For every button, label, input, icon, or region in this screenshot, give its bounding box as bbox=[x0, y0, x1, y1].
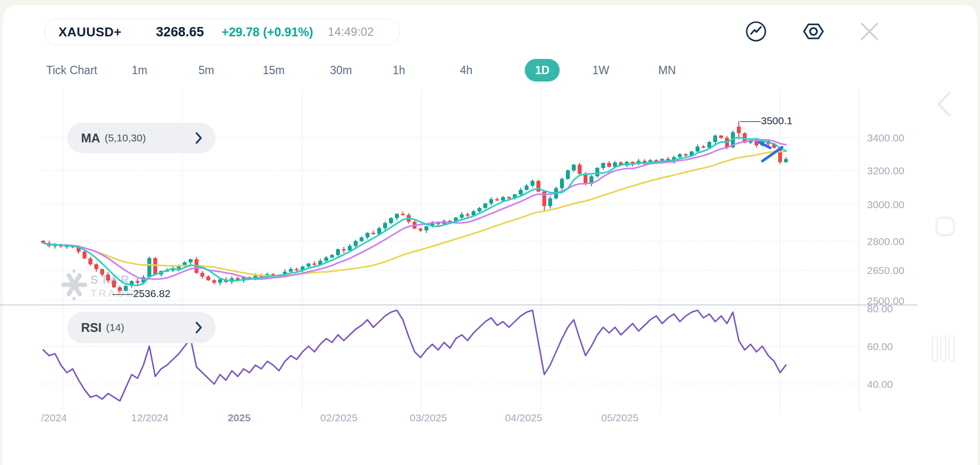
timeframe-tab-1h[interactable]: 1h bbox=[392, 59, 405, 82]
snapshot-icon[interactable] bbox=[934, 216, 956, 239]
rsi-params: (14) bbox=[106, 322, 124, 333]
last-price: 3268.65 bbox=[156, 25, 204, 40]
svg-text:/2024: /2024 bbox=[41, 412, 67, 423]
svg-text:12/2024: 12/2024 bbox=[131, 412, 168, 423]
svg-text:2650.00: 2650.00 bbox=[867, 265, 904, 276]
svg-text:80.00: 80.00 bbox=[867, 303, 893, 314]
timeframe-tab-5m[interactable]: 5m bbox=[198, 59, 214, 82]
y-axis-labels: 3400.003200.003000.002800.002650.002500.… bbox=[867, 132, 904, 390]
timeframe-tab-1w[interactable]: 1W bbox=[592, 59, 610, 82]
svg-text:02/2025: 02/2025 bbox=[320, 412, 358, 423]
timeframe-tab-1m[interactable]: 1m bbox=[132, 59, 147, 82]
chevron-right-icon bbox=[195, 321, 203, 334]
svg-text:03/2025: 03/2025 bbox=[410, 412, 447, 423]
svg-text:2800.00: 2800.00 bbox=[867, 236, 904, 247]
svg-text:3200.00: 3200.00 bbox=[867, 165, 904, 176]
symbol-quote-pill[interactable]: XAUUSD+ 3268.65 +29.78 (+0.91%) 14:49:02 bbox=[44, 19, 400, 45]
svg-text:05/2025: 05/2025 bbox=[601, 412, 639, 423]
svg-text:40.00: 40.00 bbox=[867, 379, 893, 390]
svg-text:2025: 2025 bbox=[228, 412, 251, 423]
svg-text:3400.00: 3400.00 bbox=[867, 132, 904, 143]
ma-indicator-badge[interactable]: MA (5,10,30) bbox=[67, 123, 216, 153]
ma-label: MA bbox=[81, 131, 100, 145]
quote-time: 14:49:02 bbox=[328, 25, 373, 39]
collapse-panel-icon[interactable] bbox=[932, 89, 958, 121]
settings-icon[interactable] bbox=[802, 20, 825, 43]
timeframe-tab-15m[interactable]: 15m bbox=[263, 59, 285, 82]
drag-bars-icon[interactable] bbox=[930, 334, 958, 365]
timeframe-tab-4h[interactable]: 4h bbox=[460, 59, 473, 82]
rsi-label: RSI bbox=[81, 321, 102, 335]
svg-text:3000.00: 3000.00 bbox=[867, 199, 904, 210]
svg-text:——3500.1: ——3500.1 bbox=[740, 115, 792, 126]
chevron-right-icon bbox=[195, 132, 203, 144]
price-change: +29.78 (+0.91%) bbox=[222, 25, 313, 39]
timeframe-tab-mn[interactable]: MN bbox=[658, 59, 676, 82]
trendline-icon[interactable] bbox=[744, 20, 768, 43]
x-axis-labels: /202412/2024202502/202503/202504/202505/… bbox=[41, 412, 639, 423]
app-screen: 3400.003200.003000.002800.002650.002500.… bbox=[0, 0, 980, 465]
symbol-name: XAUUSD+ bbox=[58, 25, 121, 40]
timeframe-tab-1d[interactable]: 1D bbox=[525, 59, 560, 82]
svg-text:04/2025: 04/2025 bbox=[505, 412, 542, 423]
close-icon[interactable] bbox=[858, 20, 881, 43]
ma-params: (5,10,30) bbox=[105, 132, 146, 144]
timeframe-tab-30m[interactable]: 30m bbox=[330, 59, 352, 82]
timeframe-tab-tick-chart[interactable]: Tick Chart bbox=[46, 59, 97, 82]
svg-text:——2536.82: ——2536.82 bbox=[112, 288, 170, 299]
rsi-indicator-badge[interactable]: RSI (14) bbox=[67, 312, 216, 343]
svg-text:60.00: 60.00 bbox=[867, 341, 893, 352]
